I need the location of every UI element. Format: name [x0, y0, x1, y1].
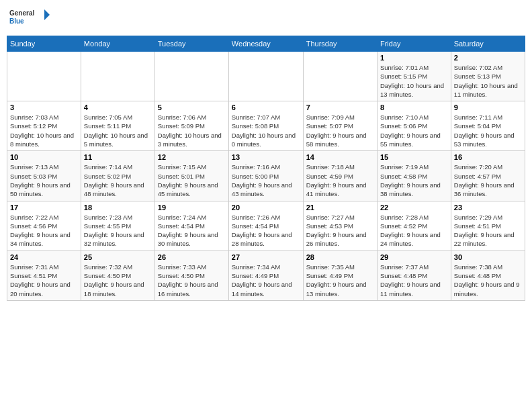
calendar-cell: 27Sunrise: 7:34 AM Sunset: 4:49 PM Dayli…: [228, 250, 303, 300]
day-number: 15: [380, 153, 448, 161]
day-info: Sunrise: 7:11 AM Sunset: 5:04 PM Dayligh…: [454, 113, 522, 148]
day-info: Sunrise: 7:19 AM Sunset: 4:58 PM Dayligh…: [380, 163, 448, 198]
calendar-cell: 11Sunrise: 7:14 AM Sunset: 5:02 PM Dayli…: [81, 151, 154, 201]
calendar-cell: 13Sunrise: 7:16 AM Sunset: 5:00 PM Dayli…: [228, 151, 303, 201]
calendar-week-row: 17Sunrise: 7:22 AM Sunset: 4:56 PM Dayli…: [7, 201, 525, 250]
day-info: Sunrise: 7:07 AM Sunset: 5:08 PM Dayligh…: [232, 113, 300, 148]
calendar-cell: 23Sunrise: 7:29 AM Sunset: 4:51 PM Dayli…: [451, 201, 525, 250]
day-info: Sunrise: 7:35 AM Sunset: 4:49 PM Dayligh…: [306, 263, 374, 298]
day-number: 5: [158, 103, 226, 111]
day-number: 10: [10, 153, 78, 161]
day-number: 4: [84, 103, 152, 111]
calendar-cell: 1Sunrise: 7:01 AM Sunset: 5:15 PM Daylig…: [377, 52, 451, 101]
day-info: Sunrise: 7:28 AM Sunset: 4:52 PM Dayligh…: [380, 213, 448, 248]
calendar-week-row: 10Sunrise: 7:13 AM Sunset: 5:03 PM Dayli…: [7, 151, 525, 201]
day-info: Sunrise: 7:03 AM Sunset: 5:12 PM Dayligh…: [10, 113, 78, 148]
calendar-cell: 25Sunrise: 7:32 AM Sunset: 4:50 PM Dayli…: [81, 250, 154, 300]
calendar-cell: 17Sunrise: 7:22 AM Sunset: 4:56 PM Dayli…: [7, 201, 81, 250]
day-info: Sunrise: 7:09 AM Sunset: 5:07 PM Dayligh…: [306, 113, 374, 148]
day-number: 27: [232, 253, 300, 261]
day-number: 23: [454, 203, 522, 212]
day-number: 17: [10, 203, 78, 212]
weekday-header: Wednesday: [228, 36, 303, 52]
calendar-week-row: 24Sunrise: 7:31 AM Sunset: 4:51 PM Dayli…: [7, 250, 525, 300]
day-number: 26: [158, 253, 226, 261]
calendar-cell: 8Sunrise: 7:10 AM Sunset: 5:06 PM Daylig…: [377, 101, 451, 151]
day-number: 7: [306, 103, 374, 111]
day-number: 22: [380, 203, 448, 212]
calendar-cell: [81, 52, 154, 101]
calendar-cell: 16Sunrise: 7:20 AM Sunset: 4:57 PM Dayli…: [451, 151, 525, 201]
weekday-header: Monday: [81, 36, 154, 52]
day-info: Sunrise: 7:26 AM Sunset: 4:54 PM Dayligh…: [232, 213, 300, 248]
weekday-header: Sunday: [7, 36, 81, 52]
calendar-cell: [303, 52, 377, 101]
weekday-header-row: SundayMondayTuesdayWednesdayThursdayFrid…: [7, 36, 525, 52]
day-number: 12: [158, 153, 226, 161]
day-number: 29: [380, 253, 448, 261]
day-info: Sunrise: 7:18 AM Sunset: 4:59 PM Dayligh…: [306, 163, 374, 198]
calendar-cell: [228, 52, 303, 101]
calendar-cell: 19Sunrise: 7:24 AM Sunset: 4:54 PM Dayli…: [154, 201, 228, 250]
svg-text:General: General: [9, 9, 34, 17]
calendar-cell: [154, 52, 228, 101]
calendar-cell: 3Sunrise: 7:03 AM Sunset: 5:12 PM Daylig…: [7, 101, 81, 151]
day-info: Sunrise: 7:38 AM Sunset: 4:48 PM Dayligh…: [454, 263, 522, 298]
calendar-cell: 14Sunrise: 7:18 AM Sunset: 4:59 PM Dayli…: [303, 151, 377, 201]
day-info: Sunrise: 7:02 AM Sunset: 5:13 PM Dayligh…: [454, 63, 522, 99]
day-info: Sunrise: 7:31 AM Sunset: 4:51 PM Dayligh…: [10, 263, 78, 298]
logo: General Blue: [9, 7, 50, 30]
day-info: Sunrise: 7:14 AM Sunset: 5:02 PM Dayligh…: [84, 163, 152, 198]
day-number: 14: [306, 153, 374, 161]
calendar-cell: 18Sunrise: 7:23 AM Sunset: 4:55 PM Dayli…: [81, 201, 154, 250]
day-number: 19: [158, 203, 226, 212]
day-number: 3: [10, 103, 78, 111]
calendar-cell: 30Sunrise: 7:38 AM Sunset: 4:48 PM Dayli…: [451, 250, 525, 300]
calendar-cell: 15Sunrise: 7:19 AM Sunset: 4:58 PM Dayli…: [377, 151, 451, 201]
day-info: Sunrise: 7:29 AM Sunset: 4:51 PM Dayligh…: [454, 213, 522, 248]
calendar-cell: 5Sunrise: 7:06 AM Sunset: 5:09 PM Daylig…: [154, 101, 228, 151]
calendar-cell: 7Sunrise: 7:09 AM Sunset: 5:07 PM Daylig…: [303, 101, 377, 151]
day-number: 25: [84, 253, 152, 261]
day-number: 20: [232, 203, 300, 212]
day-number: 13: [232, 153, 300, 161]
day-number: 8: [380, 103, 448, 111]
day-info: Sunrise: 7:32 AM Sunset: 4:50 PM Dayligh…: [84, 263, 152, 298]
day-info: Sunrise: 7:15 AM Sunset: 5:01 PM Dayligh…: [158, 163, 226, 198]
day-info: Sunrise: 7:23 AM Sunset: 4:55 PM Dayligh…: [84, 213, 152, 248]
calendar-cell: 24Sunrise: 7:31 AM Sunset: 4:51 PM Dayli…: [7, 250, 81, 300]
page-header: General Blue: [7, 7, 525, 30]
day-info: Sunrise: 7:20 AM Sunset: 4:57 PM Dayligh…: [454, 163, 522, 198]
day-info: Sunrise: 7:01 AM Sunset: 5:15 PM Dayligh…: [380, 63, 448, 99]
day-number: 24: [10, 253, 78, 261]
day-number: 6: [232, 103, 300, 111]
day-info: Sunrise: 7:22 AM Sunset: 4:56 PM Dayligh…: [10, 213, 78, 248]
day-number: 28: [306, 253, 374, 261]
day-number: 16: [454, 153, 522, 161]
day-info: Sunrise: 7:34 AM Sunset: 4:49 PM Dayligh…: [232, 263, 300, 298]
day-number: 21: [306, 203, 374, 212]
calendar-table: SundayMondayTuesdayWednesdayThursdayFrid…: [7, 36, 525, 301]
logo-svg: General Blue: [9, 7, 50, 30]
svg-marker-2: [44, 9, 50, 20]
calendar-cell: 6Sunrise: 7:07 AM Sunset: 5:08 PM Daylig…: [228, 101, 303, 151]
weekday-header: Friday: [377, 36, 451, 52]
calendar-cell: 21Sunrise: 7:27 AM Sunset: 4:53 PM Dayli…: [303, 201, 377, 250]
day-info: Sunrise: 7:13 AM Sunset: 5:03 PM Dayligh…: [10, 163, 78, 198]
calendar-cell: 4Sunrise: 7:05 AM Sunset: 5:11 PM Daylig…: [81, 101, 154, 151]
calendar-cell: 22Sunrise: 7:28 AM Sunset: 4:52 PM Dayli…: [377, 201, 451, 250]
day-info: Sunrise: 7:06 AM Sunset: 5:09 PM Dayligh…: [158, 113, 226, 148]
calendar-week-row: 1Sunrise: 7:01 AM Sunset: 5:15 PM Daylig…: [7, 52, 525, 101]
day-number: 2: [454, 54, 522, 62]
weekday-header: Tuesday: [154, 36, 228, 52]
day-info: Sunrise: 7:27 AM Sunset: 4:53 PM Dayligh…: [306, 213, 374, 248]
day-number: 1: [380, 54, 448, 62]
svg-text:Blue: Blue: [9, 17, 24, 25]
calendar-cell: 20Sunrise: 7:26 AM Sunset: 4:54 PM Dayli…: [228, 201, 303, 250]
day-number: 11: [84, 153, 152, 161]
day-info: Sunrise: 7:16 AM Sunset: 5:00 PM Dayligh…: [232, 163, 300, 198]
day-number: 18: [84, 203, 152, 212]
calendar-cell: 26Sunrise: 7:33 AM Sunset: 4:50 PM Dayli…: [154, 250, 228, 300]
calendar-cell: 28Sunrise: 7:35 AM Sunset: 4:49 PM Dayli…: [303, 250, 377, 300]
day-info: Sunrise: 7:37 AM Sunset: 4:48 PM Dayligh…: [380, 263, 448, 298]
